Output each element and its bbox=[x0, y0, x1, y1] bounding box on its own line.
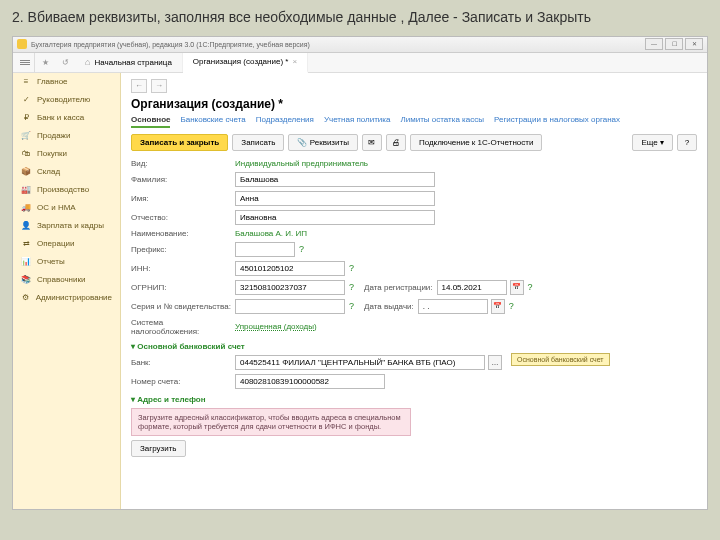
load-classifier-button[interactable]: Загрузить bbox=[131, 440, 186, 457]
prefix-label: Префикс: bbox=[131, 245, 231, 254]
window-min-button[interactable]: — bbox=[645, 38, 663, 50]
regdate-picker-button[interactable]: 📅 bbox=[510, 280, 524, 295]
sidebar-item-icon: 📊 bbox=[21, 257, 31, 267]
firstname-label: Имя: bbox=[131, 194, 231, 203]
slide-instruction: 2. Вбиваем реквизиты, заполняя все необх… bbox=[12, 8, 708, 28]
sidebar-item-5[interactable]: 📦Склад bbox=[13, 163, 120, 181]
sidebar-item-icon: 🚚 bbox=[21, 203, 31, 213]
more-button[interactable]: Еще ▾ bbox=[632, 134, 673, 151]
nav-fwd-button[interactable]: → bbox=[151, 79, 167, 93]
acct-input[interactable] bbox=[235, 374, 385, 389]
sidebar-item-label: Главное bbox=[37, 77, 68, 86]
tax-label: Система налогообложения: bbox=[131, 318, 231, 336]
window-titlebar: Бухгалтерия предприятия (учебная), редак… bbox=[13, 37, 707, 53]
hint-icon[interactable]: ? bbox=[299, 244, 304, 254]
subnav-link-0[interactable]: Основное bbox=[131, 115, 170, 128]
sidebar-item-1[interactable]: ✓Руководителю bbox=[13, 91, 120, 109]
address-warning: Загрузите адресный классификатор, чтобы … bbox=[131, 408, 411, 436]
name-value[interactable]: Балашова А. И. ИП bbox=[235, 229, 307, 238]
sidebar-item-0[interactable]: ≡Главное bbox=[13, 73, 120, 91]
subnav-link-3[interactable]: Учетная политика bbox=[324, 115, 391, 128]
app-window: Бухгалтерия предприятия (учебная), редак… bbox=[12, 36, 708, 510]
issuedate-input[interactable] bbox=[418, 299, 488, 314]
sidebar-item-label: Покупки bbox=[37, 149, 67, 158]
firstname-input[interactable] bbox=[235, 191, 435, 206]
sidebar-item-label: Отчеты bbox=[37, 257, 65, 266]
sidebar-item-2[interactable]: ₽Банк и касса bbox=[13, 109, 120, 127]
sidebar-item-icon: 🛍 bbox=[21, 149, 31, 159]
issuedate-label: Дата выдачи: bbox=[364, 302, 414, 311]
tax-value[interactable]: Упрощенная (доходы) bbox=[235, 322, 317, 331]
lastname-label: Фамилия: bbox=[131, 175, 231, 184]
sidebar-item-9[interactable]: ⇄Операции bbox=[13, 235, 120, 253]
sidebar-item-12[interactable]: ⚙Администрирование bbox=[13, 289, 120, 307]
hint-icon[interactable]: ? bbox=[509, 301, 514, 311]
window-close-button[interactable]: ✕ bbox=[685, 38, 703, 50]
save-close-button[interactable]: Записать и закрыть bbox=[131, 134, 228, 151]
lastname-input[interactable] bbox=[235, 172, 435, 187]
sidebar-item-icon: 📚 bbox=[21, 275, 31, 285]
bank-lookup-button[interactable]: … bbox=[488, 355, 502, 370]
menu-icon[interactable] bbox=[15, 53, 35, 72]
bank-label: Банк: bbox=[131, 358, 231, 367]
sidebar-item-icon: 📦 bbox=[21, 167, 31, 177]
sidebar-item-label: Справочники bbox=[37, 275, 85, 284]
bank-callout: Основной банковский счет bbox=[511, 353, 610, 366]
kind-value[interactable]: Индивидуальный предприниматель bbox=[235, 159, 368, 168]
save-button[interactable]: Записать bbox=[232, 134, 284, 151]
subnav-link-5[interactable]: Регистрации в налоговых органах bbox=[494, 115, 620, 128]
prefix-input[interactable] bbox=[235, 242, 295, 257]
page-title: Организация (создание) * bbox=[131, 97, 283, 111]
sidebar-item-label: Руководителю bbox=[37, 95, 90, 104]
sidebar-item-label: Банк и касса bbox=[37, 113, 84, 122]
acct-label: Номер счета: bbox=[131, 377, 231, 386]
subnav-link-2[interactable]: Подразделения bbox=[256, 115, 314, 128]
window-max-button[interactable]: ☐ bbox=[665, 38, 683, 50]
sidebar-item-icon: ≡ bbox=[21, 77, 31, 87]
help-button[interactable]: ? bbox=[677, 134, 697, 151]
sidebar-item-11[interactable]: 📚Справочники bbox=[13, 271, 120, 289]
sidebar-item-label: Производство bbox=[37, 185, 89, 194]
sidebar-item-icon: 👤 bbox=[21, 221, 31, 231]
sidebar: ≡Главное✓Руководителю₽Банк и касса🛒Прода… bbox=[13, 73, 121, 509]
tab-org-create[interactable]: Организация (создание) * × bbox=[183, 53, 308, 73]
requisites-button[interactable]: 📎 Реквизиты bbox=[288, 134, 357, 151]
hint-icon[interactable]: ? bbox=[528, 282, 533, 292]
subnav-link-1[interactable]: Банковские счета bbox=[180, 115, 245, 128]
hint-icon[interactable]: ? bbox=[349, 301, 354, 311]
issuedate-picker-button[interactable]: 📅 bbox=[491, 299, 505, 314]
close-icon[interactable]: × bbox=[292, 57, 297, 66]
sidebar-item-icon: 🏭 bbox=[21, 185, 31, 195]
main-panel: ← → Организация (создание) * ОсновноеБан… bbox=[121, 73, 707, 509]
hint-icon[interactable]: ? bbox=[349, 263, 354, 273]
favorite-icon[interactable]: ★ bbox=[35, 53, 55, 72]
sidebar-item-3[interactable]: 🛒Продажи bbox=[13, 127, 120, 145]
print-button[interactable]: 🖨 bbox=[386, 134, 406, 151]
sidebar-item-10[interactable]: 📊Отчеты bbox=[13, 253, 120, 271]
sidebar-item-label: Операции bbox=[37, 239, 74, 248]
sidebar-item-6[interactable]: 🏭Производство bbox=[13, 181, 120, 199]
ogrnip-input[interactable] bbox=[235, 280, 345, 295]
bank-input[interactable] bbox=[235, 355, 485, 370]
tab-active-label: Организация (создание) * bbox=[193, 57, 289, 66]
sidebar-item-8[interactable]: 👤Зарплата и кадры bbox=[13, 217, 120, 235]
nav-back-button[interactable]: ← bbox=[131, 79, 147, 93]
subnav-link-4[interactable]: Лимиты остатка кассы bbox=[400, 115, 484, 128]
sidebar-item-icon: ✓ bbox=[21, 95, 31, 105]
bank-section-header[interactable]: Основной банковский счет bbox=[131, 342, 697, 351]
inn-input[interactable] bbox=[235, 261, 345, 276]
sidebar-item-icon: ₽ bbox=[21, 113, 31, 123]
hint-icon[interactable]: ? bbox=[349, 282, 354, 292]
sidebar-item-icon: 🛒 bbox=[21, 131, 31, 141]
ogrnip-label: ОГРНИП: bbox=[131, 283, 231, 292]
mail-button[interactable]: ✉ bbox=[362, 134, 382, 151]
connect-1c-button[interactable]: Подключение к 1С-Отчетности bbox=[410, 134, 542, 151]
addr-section-header[interactable]: Адрес и телефон bbox=[131, 395, 697, 404]
sidebar-item-7[interactable]: 🚚ОС и НМА bbox=[13, 199, 120, 217]
tab-home[interactable]: ⌂ Начальная страница bbox=[75, 53, 183, 72]
patronymic-input[interactable] bbox=[235, 210, 435, 225]
cert-input[interactable] bbox=[235, 299, 345, 314]
regdate-input[interactable] bbox=[437, 280, 507, 295]
history-icon[interactable]: ↺ bbox=[55, 53, 75, 72]
sidebar-item-4[interactable]: 🛍Покупки bbox=[13, 145, 120, 163]
